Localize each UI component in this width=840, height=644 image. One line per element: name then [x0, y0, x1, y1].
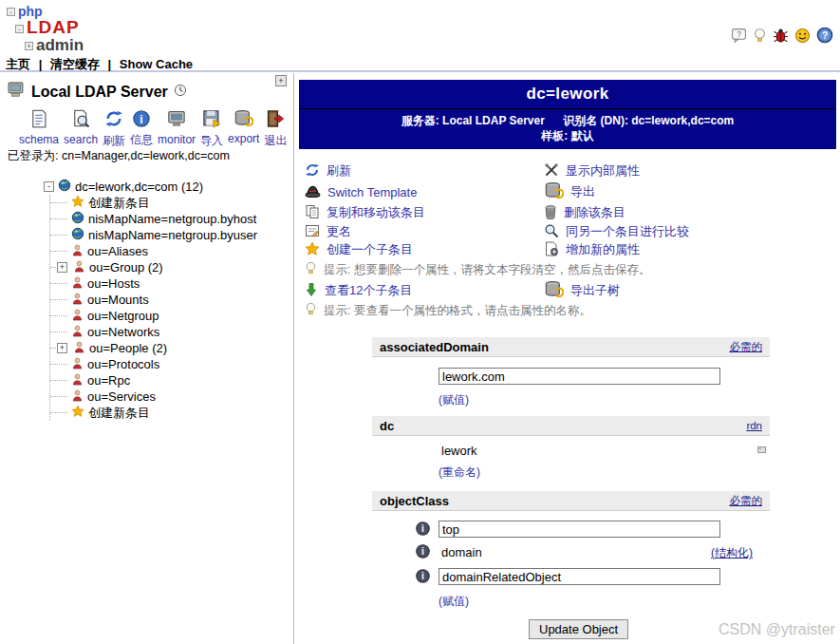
- person-icon: [71, 357, 84, 372]
- entry-server-dn-line: 服务器: Local LDAP Server 识别名 (DN): dc=lewo…: [299, 113, 836, 128]
- toolbar-search[interactable]: search: [64, 109, 98, 149]
- refresh-icon: [104, 109, 123, 131]
- top-menu-bar: 主页 | 清空缓存 | Show Cache: [0, 54, 840, 72]
- hint-delete-attribute: 提示: 想要删除一个属性，请将文本字段清空，然后点击保存。: [305, 262, 650, 277]
- required-badge-link[interactable]: 必需的: [730, 494, 763, 508]
- export-db-icon: [544, 181, 564, 202]
- tree-item-ou-rpc[interactable]: ou=Rpc: [50, 372, 294, 388]
- action-copy-move-entry[interactable]: 复制和移动该条目: [305, 204, 425, 221]
- star-icon: [305, 241, 320, 259]
- info-icon[interactable]: [416, 544, 430, 561]
- toolbar-logout[interactable]: 退出: [264, 109, 287, 149]
- tree-item-ou-aliases[interactable]: ou=Aliases: [50, 243, 294, 259]
- tree-item-ou-hosts[interactable]: ou=Hosts: [50, 275, 294, 292]
- server-name: Local LDAP Server: [31, 84, 168, 101]
- question-bubble-icon[interactable]: [731, 28, 747, 47]
- search-doc-icon: [71, 109, 90, 131]
- server-row[interactable]: Local LDAP Server: [8, 82, 187, 102]
- world-icon: [58, 179, 71, 195]
- star-icon: [71, 195, 84, 211]
- collapse-icon[interactable]: -: [44, 181, 54, 192]
- info-icon[interactable]: [416, 521, 430, 539]
- tree-item-ou-networks[interactable]: ou=Networks: [50, 324, 294, 340]
- smiley-icon[interactable]: [794, 28, 811, 47]
- toolbar-import[interactable]: 导入: [200, 109, 223, 149]
- tree-item-ou-group[interactable]: + ou=Group (2): [50, 259, 294, 275]
- update-object-button[interactable]: Update Object: [529, 619, 628, 639]
- tree-item-ou-netgroup[interactable]: ou=Netgroup: [50, 308, 294, 324]
- light-bulb-icon: [305, 302, 317, 319]
- action-create-child-entry[interactable]: 创建一个子条目: [305, 241, 413, 258]
- person-icon: [71, 276, 84, 292]
- attribute-name: objectClass: [380, 494, 449, 508]
- menu-separator: |: [108, 57, 112, 71]
- logo-admin: admin: [36, 36, 84, 54]
- toolbar-schema[interactable]: schema: [19, 109, 59, 149]
- bug-report-icon[interactable]: [773, 28, 789, 47]
- trash-icon: [544, 204, 557, 222]
- action-export-subtree[interactable]: 导出子树: [544, 282, 620, 299]
- expand-icon[interactable]: +: [57, 343, 67, 353]
- export-db-icon: [544, 280, 564, 301]
- action-refresh[interactable]: 刷新: [305, 162, 351, 180]
- attr-header-dc: dc rdn: [372, 416, 770, 436]
- menu-purge-cache[interactable]: 清空缓存: [50, 57, 100, 71]
- server-toolbar: schema search 刷新 信息 monitor 导入 export 退: [19, 109, 287, 149]
- attr-header-objectClass: objectClass 必需的: [372, 491, 770, 511]
- action-show-internal-attributes[interactable]: 显示内部属性: [544, 162, 640, 180]
- computer-icon: [8, 82, 26, 102]
- expand-icon[interactable]: +: [57, 262, 67, 273]
- tree-item-nismap-byhost[interactable]: nisMapName=netgroup.byhost: [50, 211, 294, 227]
- tree-root-entry[interactable]: - dc=lework,dc=com (12): [0, 179, 294, 195]
- tree-item-nismap-byuser[interactable]: nisMapName=netgroup.byuser: [50, 227, 294, 243]
- header-icon-bar: [731, 27, 833, 47]
- action-add-attribute[interactable]: 增加新的属性: [544, 241, 640, 258]
- person-icon: [71, 244, 84, 259]
- toolbar-refresh[interactable]: 刷新: [103, 109, 125, 149]
- down-arrow-icon: [305, 282, 318, 300]
- action-switch-template[interactable]: Switch Template: [305, 183, 417, 200]
- tree-item-ou-protocols[interactable]: ou=Protocols: [50, 356, 294, 372]
- tree-item-create-entry[interactable]: 创建新条目: [50, 195, 294, 211]
- csdn-watermark: CSDN @ytraister: [719, 621, 835, 638]
- tree-item-create-entry[interactable]: 创建新条目: [50, 405, 294, 421]
- entry-title: dc=lework: [299, 85, 836, 104]
- dc-value: lework: [441, 444, 477, 458]
- info-icon: [133, 109, 150, 130]
- tree-item-ou-people[interactable]: + ou=People (2): [50, 340, 294, 356]
- tree-item-ou-services[interactable]: ou=Services: [50, 388, 294, 405]
- info-icon[interactable]: [416, 569, 430, 586]
- action-view-children[interactable]: 查看12个子条目: [305, 282, 412, 299]
- tree-item-ou-mounts[interactable]: ou=Mounts: [50, 292, 294, 308]
- objectClass-top-input[interactable]: [439, 521, 720, 538]
- logo-ldap: LDAP: [27, 17, 80, 37]
- menu-show-cache[interactable]: Show Cache: [120, 57, 193, 71]
- add-value-link[interactable]: (赋值): [439, 594, 469, 610]
- action-delete-entry[interactable]: 删除该条目: [544, 204, 625, 221]
- toolbar-export[interactable]: export: [228, 109, 259, 149]
- tiny-attr-icon: [757, 442, 766, 456]
- toolbar-info[interactable]: 信息: [130, 109, 153, 149]
- clock-icon: [174, 84, 187, 101]
- action-compare-entry[interactable]: 同另一个条目进行比较: [544, 223, 689, 240]
- objectClass-domainRelatedObject-input[interactable]: [439, 568, 720, 585]
- action-rename[interactable]: 更名: [305, 223, 351, 240]
- associatedDomain-input[interactable]: [439, 368, 720, 385]
- add-value-link[interactable]: (赋值): [439, 392, 469, 408]
- light-bulb-icon[interactable]: [753, 28, 767, 47]
- person-icon: [71, 293, 84, 308]
- structural-note-link[interactable]: (结构化): [711, 545, 753, 561]
- rename-link[interactable]: (重命名): [439, 464, 480, 481]
- action-export[interactable]: 导出: [544, 183, 595, 200]
- attribute-name: associatedDomain: [380, 340, 489, 354]
- required-badge-link[interactable]: 必需的: [730, 340, 763, 354]
- rdn-badge-link[interactable]: rdn: [746, 420, 762, 431]
- copy-icon: [305, 204, 320, 222]
- phpldapadmin-logo: -php -LDAP +admin: [7, 3, 84, 54]
- refresh-icon: [305, 162, 320, 180]
- help-icon[interactable]: [816, 27, 833, 47]
- toolbar-monitor[interactable]: monitor: [158, 109, 196, 149]
- tree-panel-expand-icon[interactable]: +: [275, 75, 287, 86]
- attr-header-associatedDomain: associatedDomain 必需的: [372, 337, 770, 357]
- menu-home[interactable]: 主页: [6, 57, 30, 71]
